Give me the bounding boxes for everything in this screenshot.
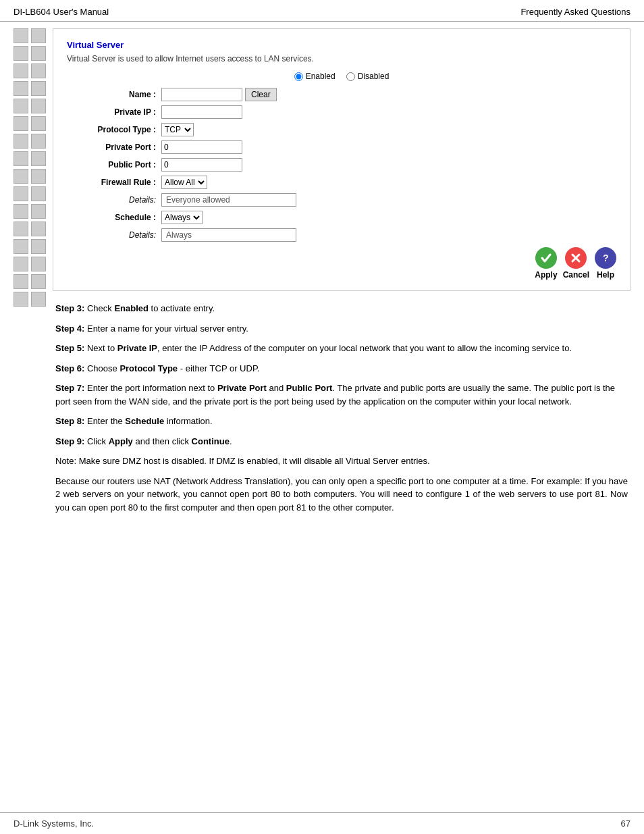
main-content: Virtual Server Virtual Server is used to… (53, 28, 630, 521)
sidebar-box (31, 186, 46, 201)
page-header: DI-LB604 User's Manual Frequently Asked … (0, 0, 644, 22)
sidebar-box (31, 221, 46, 236)
private-port-input[interactable] (161, 140, 242, 154)
schedule-details-value: Always (161, 228, 296, 242)
step4-prefix: Step 4: (55, 323, 84, 334)
enabled-radio[interactable] (294, 72, 303, 81)
public-port-row: Public Port : (67, 158, 616, 172)
sidebar-col-2 (31, 28, 46, 521)
sidebar-box (31, 204, 46, 219)
schedule-select[interactable]: Always Never (161, 211, 203, 224)
sidebar-box (31, 134, 46, 149)
firewall-details-label: Details: (67, 195, 161, 205)
step9-bold1: Apply (109, 436, 133, 446)
private-ip-row: Private IP : (67, 105, 616, 119)
name-row: Name : Clear (67, 88, 616, 101)
sidebar-box (31, 257, 46, 271)
help-button[interactable]: ? Help (595, 247, 616, 280)
public-port-input[interactable] (161, 158, 242, 172)
header-left: DI-LB604 User's Manual (14, 7, 109, 17)
disabled-radio-label[interactable]: Disabled (346, 72, 390, 81)
step7-bold2: Public Port (286, 383, 333, 393)
sidebar-box (31, 274, 46, 289)
apply-label: Apply (535, 270, 557, 280)
apply-icon (535, 247, 557, 269)
svg-text:?: ? (603, 253, 609, 263)
disabled-radio[interactable] (346, 72, 355, 81)
virtual-server-box: Virtual Server Virtual Server is used to… (53, 28, 630, 291)
sidebar-box (31, 151, 46, 166)
private-port-row: Private Port : (67, 140, 616, 154)
help-icon: ? (595, 247, 616, 269)
vs-subtitle: Virtual Server is used to allow Internet… (67, 54, 616, 63)
name-label: Name : (67, 90, 161, 99)
sidebar-box (14, 46, 28, 61)
private-ip-input[interactable] (161, 105, 242, 119)
schedule-details-row: Details: Always (67, 228, 616, 242)
step9-prefix: Step 9: (55, 436, 84, 446)
step8-bold: Schedule (125, 416, 164, 426)
disabled-label: Disabled (358, 72, 390, 81)
firewall-rule-label: Firewall Rule : (67, 178, 161, 187)
sidebar-box (14, 239, 28, 254)
sidebar-box (14, 204, 28, 219)
schedule-row: Schedule : Always Never (67, 211, 616, 224)
sidebar-box (14, 257, 28, 271)
firewall-rule-select[interactable]: Allow All Deny All (161, 176, 207, 189)
protocol-type-row: Protocol Type : TCP UDP (67, 123, 616, 136)
clear-button[interactable]: Clear (245, 88, 277, 101)
sidebar-box (31, 28, 46, 43)
schedule-label: Schedule : (67, 213, 161, 222)
footer-right: 67 (621, 818, 630, 829)
apply-button[interactable]: Apply (535, 247, 557, 280)
note1-para: Note: Make sure DMZ host is disabled. If… (55, 454, 628, 468)
sidebar-box (14, 151, 28, 166)
cancel-icon (565, 247, 587, 269)
sidebar-box (31, 169, 46, 184)
step6-para: Step 6: Choose Protocol Type - either TC… (55, 362, 628, 375)
step6-bold: Protocol Type (119, 363, 178, 373)
sidebar-box (14, 292, 28, 307)
step3-bold: Enabled (114, 303, 149, 313)
public-port-label: Public Port : (67, 160, 161, 170)
private-ip-label: Private IP : (67, 107, 161, 117)
sidebar-box (14, 221, 28, 236)
protocol-type-label: Protocol Type : (67, 125, 161, 134)
step8-para: Step 8: Enter the Schedule information. (55, 415, 628, 428)
sidebar-box (14, 99, 28, 113)
step7-bold1: Private Port (217, 383, 267, 393)
name-input[interactable] (161, 88, 242, 101)
page-footer: D-Link Systems, Inc. 67 (0, 812, 644, 834)
cancel-button[interactable]: Cancel (563, 247, 589, 280)
protocol-type-select[interactable]: TCP UDP (161, 123, 194, 136)
enabled-radio-label[interactable]: Enabled (294, 72, 336, 81)
sidebar-box (31, 46, 46, 61)
page-container: DI-LB604 User's Manual Frequently Asked … (0, 0, 644, 834)
sidebar-box (31, 63, 46, 78)
schedule-details-label: Details: (67, 230, 161, 240)
sidebar-box (14, 186, 28, 201)
sidebar-box (31, 81, 46, 96)
step5-bold: Private IP (117, 343, 157, 353)
step6-prefix: Step 6: (55, 363, 84, 373)
step3-para: Step 3: Check Enabled to activate entry. (55, 302, 628, 315)
step9-bold2: Continue (192, 436, 230, 446)
sidebar-col-1 (14, 28, 28, 521)
sidebar-box (14, 169, 28, 184)
enabled-label: Enabled (306, 72, 336, 81)
step9-para: Step 9: Click Apply and then click Conti… (55, 435, 628, 448)
steps-area: Step 3: Check Enabled to activate entry.… (53, 302, 630, 514)
sidebar-box (14, 81, 28, 96)
firewall-details-value: Everyone allowed (161, 193, 296, 207)
footer-left: D-Link Systems, Inc. (14, 818, 94, 829)
action-buttons-row: Apply Cancel (67, 247, 616, 280)
step4-para: Step 4: Enter a name for your virtual se… (55, 322, 628, 336)
private-port-label: Private Port : (67, 142, 161, 152)
firewall-rule-row: Firewall Rule : Allow All Deny All (67, 176, 616, 189)
step8-prefix: Step 8: (55, 416, 84, 426)
sidebar-box (31, 292, 46, 307)
content-area: Virtual Server Virtual Server is used to… (0, 22, 644, 527)
cancel-label: Cancel (563, 270, 589, 280)
sidebar-box (14, 134, 28, 149)
header-right: Frequently Asked Questions (520, 7, 630, 17)
